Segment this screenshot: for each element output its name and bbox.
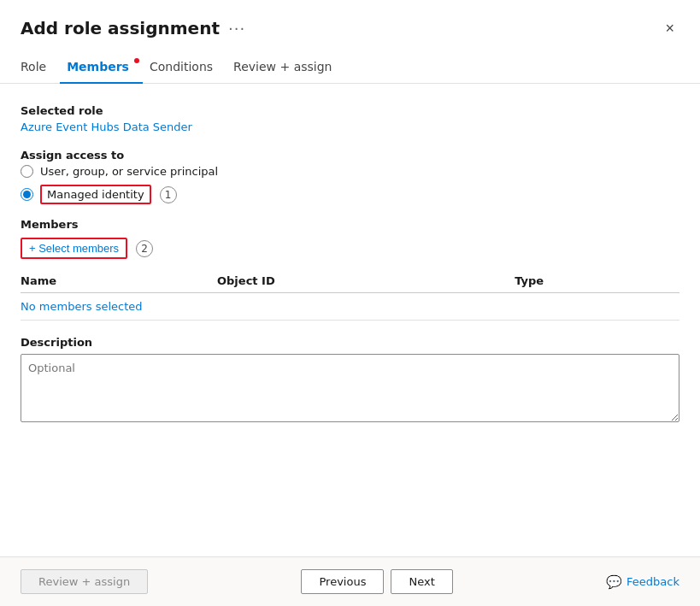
assign-access-section: Assign access to User, group, or service… xyxy=(21,149,679,204)
user-group-option: User, group, or service principal xyxy=(21,165,679,178)
assign-access-label: Assign access to xyxy=(21,149,679,162)
more-options-icon[interactable]: ··· xyxy=(228,20,245,38)
user-group-label[interactable]: User, group, or service principal xyxy=(40,165,218,178)
no-members-message: No members selected xyxy=(21,300,143,313)
user-group-radio[interactable] xyxy=(21,165,33,178)
managed-identity-step-badge: 1 xyxy=(160,186,177,203)
footer-right: 💬 Feedback xyxy=(606,574,679,590)
feedback-icon: 💬 xyxy=(606,574,622,590)
dialog-content: Selected role Azure Event Hubs Data Send… xyxy=(0,84,700,556)
selected-role-label: Selected role xyxy=(21,104,679,117)
members-step-badge: 2 xyxy=(136,240,153,257)
col-object-id: Object ID xyxy=(217,269,515,293)
managed-identity-label[interactable]: Managed identity xyxy=(47,188,144,201)
tab-role[interactable]: Role xyxy=(21,53,60,84)
select-members-row: + Select members 2 xyxy=(21,238,679,259)
selected-role-value: Azure Event Hubs Data Sender xyxy=(21,121,679,133)
members-table: Name Object ID Type No members selected xyxy=(21,269,679,321)
tabs-bar: Role Members Conditions Review + assign xyxy=(0,39,700,84)
dialog-title: Add role assignment xyxy=(21,18,220,38)
tab-members[interactable]: Members xyxy=(60,53,143,84)
next-button[interactable]: Next xyxy=(391,569,452,594)
feedback-label: Feedback xyxy=(626,575,679,588)
selected-role-link[interactable]: Azure Event Hubs Data Sender xyxy=(21,121,192,133)
members-tab-dot xyxy=(134,58,139,63)
col-name: Name xyxy=(21,269,217,293)
members-section: Members + Select members 2 Name Object I… xyxy=(21,218,679,321)
table-row-empty: No members selected xyxy=(21,293,679,321)
tab-conditions[interactable]: Conditions xyxy=(143,53,226,84)
review-assign-button: Review + assign xyxy=(21,569,148,594)
dialog-title-row: Add role assignment ··· xyxy=(21,18,245,38)
select-members-button[interactable]: + Select members xyxy=(21,238,127,259)
tab-review-assign[interactable]: Review + assign xyxy=(226,53,345,84)
close-button[interactable]: × xyxy=(660,17,679,39)
footer-center: Previous Next xyxy=(301,569,452,594)
managed-identity-option: Managed identity xyxy=(21,185,151,204)
managed-identity-highlight: Managed identity xyxy=(40,185,151,204)
managed-identity-row: Managed identity 1 xyxy=(21,185,679,204)
description-textarea[interactable] xyxy=(21,354,679,422)
dialog-footer: Review + assign Previous Next 💬 Feedback xyxy=(0,556,700,606)
add-role-assignment-dialog: Add role assignment ··· × Role Members C… xyxy=(0,0,700,606)
description-label: Description xyxy=(21,336,679,349)
col-type: Type xyxy=(515,269,679,293)
footer-left: Review + assign xyxy=(21,569,148,594)
previous-button[interactable]: Previous xyxy=(301,569,384,594)
managed-identity-radio[interactable] xyxy=(21,188,33,201)
description-section: Description xyxy=(21,336,679,425)
dialog-header: Add role assignment ··· × xyxy=(0,0,700,39)
feedback-button[interactable]: 💬 Feedback xyxy=(606,574,679,590)
members-label: Members xyxy=(21,218,679,231)
